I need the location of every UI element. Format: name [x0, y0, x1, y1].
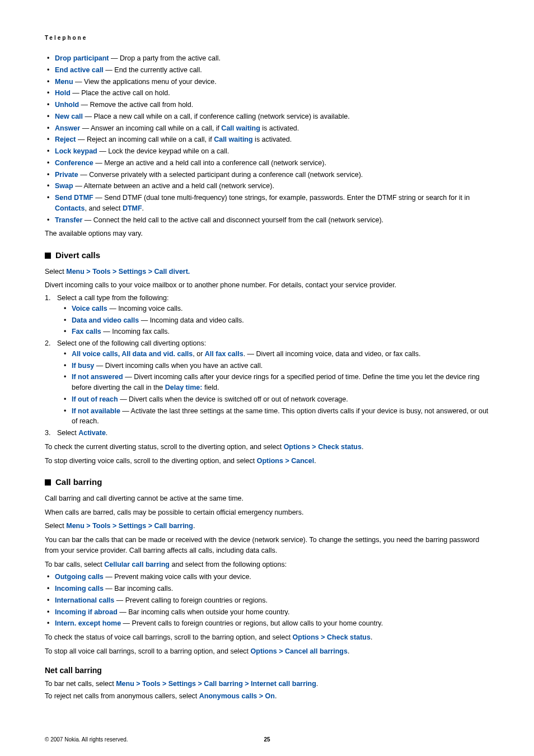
ui-term: Options [293, 633, 319, 641]
chevron-icon: > [113, 522, 116, 530]
ui-term: Call divert [154, 268, 188, 276]
barring-para: You can bar the calls that can be made o… [45, 535, 489, 556]
copyright: © 2007 Nokia. All rights reserved. [45, 735, 128, 744]
square-icon [45, 479, 51, 486]
desc: — Prevent calls to foreign countries or … [121, 619, 383, 627]
chevron-icon: > [321, 633, 325, 641]
ui-term: Cancel [291, 457, 314, 465]
desc: — Alternate between an active and a held… [73, 182, 274, 190]
divert-intro: Divert incoming calls to your voice mail… [45, 280, 489, 291]
ui-term: New call [55, 113, 83, 120]
text: . [275, 692, 277, 700]
ui-term: Call barring [154, 522, 193, 530]
list-item: Menu — View the applications menu of you… [45, 77, 489, 87]
divert-check: To check the current diverting status, s… [45, 442, 489, 452]
ui-term: Incoming calls [55, 585, 104, 592]
step-text: Select a call type from the following: [57, 294, 168, 302]
desc: — Drop a party from the active call. [109, 54, 221, 62]
text: . [316, 680, 318, 688]
list-item: Reject — Reject an incoming call while o… [45, 134, 489, 145]
list-item: Incoming if abroad — Bar incoming calls … [45, 607, 489, 618]
text: . [371, 633, 372, 641]
ui-term: Fax calls [72, 328, 101, 335]
text: Select [45, 268, 66, 276]
ui-term: Tools [142, 680, 160, 688]
text: To bar calls, select [45, 561, 104, 568]
call-types-list: Voice calls — Incoming voice calls. Data… [62, 304, 489, 337]
ui-term: Call waiting [214, 136, 252, 143]
chevron-icon: > [162, 680, 166, 688]
barring-stop: To stop all voice call barrings, scroll … [45, 646, 489, 657]
desc: — Divert incoming calls when you have an… [94, 362, 263, 370]
chevron-icon: > [113, 268, 116, 276]
list-item: New call — Place a new call while on a c… [45, 111, 489, 122]
chevron-icon: > [86, 522, 90, 530]
ui-term: Settings [119, 268, 146, 276]
list-item: International calls — Prevent calling to… [45, 595, 489, 606]
ui-term: Conference [55, 159, 93, 167]
barring-heading: Call barring [45, 476, 489, 489]
text: To check the current diverting status, s… [45, 443, 284, 451]
ui-term: Private [55, 171, 78, 179]
ui-term: Menu [116, 680, 134, 688]
list-item: Drop participant — Drop a party from the… [45, 53, 489, 64]
desc: — Divert incoming calls after your devic… [72, 373, 480, 391]
page-footer: © 2007 Nokia. All rights reserved. 25 [45, 735, 489, 744]
ui-term: All voice calls [72, 350, 118, 358]
desc: — Incoming data and video calls. [139, 316, 244, 324]
ui-term: Incoming if abroad [55, 608, 118, 616]
sep: , or [193, 350, 205, 358]
divert-options-list: All voice calls, All data and vid. calls… [62, 349, 489, 427]
desc: — Remove the active call from hold. [79, 101, 193, 109]
desc: — Place the active call on hold. [71, 89, 170, 97]
ui-term: Drop participant [55, 54, 109, 62]
ui-term: Menu [66, 522, 85, 530]
ui-term: All fax calls [205, 350, 243, 358]
ui-term: Data and video calls [72, 316, 139, 324]
square-icon [45, 253, 51, 259]
ui-term: Voice calls [72, 305, 107, 312]
options-list: Drop participant — Drop a party from the… [45, 53, 489, 225]
ui-term: Call waiting [221, 124, 260, 132]
step-number: 2. [45, 338, 50, 349]
heading-text: Call barring [55, 476, 102, 489]
ui-term: On [265, 692, 275, 700]
text: and select from the following options: [170, 561, 287, 568]
ui-term: End active call [55, 66, 104, 74]
list-item: Answer — Answer an incoming call while o… [45, 123, 489, 134]
text: . [348, 647, 349, 655]
step-1: 1.Select a call type from the following:… [45, 293, 489, 337]
ui-term: If busy [72, 362, 94, 370]
desc: — Merge an active and a held call into a… [93, 159, 326, 167]
ui-term: Unhold [55, 101, 79, 109]
list-item: Voice calls — Incoming voice calls. [62, 304, 489, 314]
chevron-icon: > [259, 692, 263, 700]
ui-term: Outgoing calls [55, 573, 104, 581]
chevron-icon: > [198, 680, 202, 688]
desc: — End the currently active call. [104, 66, 202, 74]
ui-term: Settings [119, 522, 146, 530]
desc: — Converse privately with a selected par… [78, 171, 363, 179]
ui-term: Intern. except home [55, 619, 121, 627]
ui-term: Options [251, 647, 277, 655]
desc: — Reject an incoming call while on a cal… [76, 136, 214, 143]
list-item: Transfer — Connect the held call to the … [45, 215, 489, 226]
ui-term: Transfer [55, 216, 82, 224]
list-item: Swap — Alternate between an active and a… [45, 181, 489, 192]
step-2: 2.Select one of the following call diver… [45, 338, 489, 427]
chevron-icon: > [136, 680, 140, 688]
desc: . — Divert all incoming voice, data and … [243, 350, 421, 358]
ui-term: Cellular call barring [104, 561, 170, 568]
chevron-icon: > [312, 443, 316, 451]
desc: is activated. [253, 136, 292, 143]
list-item: End active call — End the currently acti… [45, 65, 489, 76]
text: . [362, 443, 363, 451]
barring-line1: Call barring and call diverting cannot b… [45, 493, 489, 504]
ui-term: Menu [55, 78, 73, 86]
chevron-icon: > [279, 647, 283, 655]
desc: — Bar incoming calls. [104, 585, 173, 592]
desc: — Lock the device keypad while on a call… [97, 147, 229, 155]
chevron-icon: > [245, 680, 249, 688]
desc: is activated. [260, 124, 299, 132]
ui-term: If not available [72, 407, 120, 415]
